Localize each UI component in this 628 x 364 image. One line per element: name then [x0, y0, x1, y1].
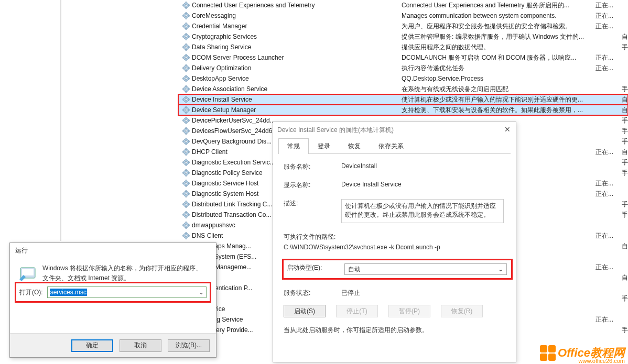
service-row[interactable]: Credential Manager为用户、应用程序和安全服务包提供凭据的安全存…	[178, 21, 628, 31]
service-status: 正在...	[595, 263, 622, 272]
service-status: 正在...	[595, 315, 622, 324]
cancel-button[interactable]: 取消	[120, 339, 161, 352]
gear-icon	[182, 148, 190, 156]
gear-icon	[182, 23, 190, 30]
exe-path-value: C:\WINDOWS\system32\svchost.exe -k DcomL…	[284, 244, 505, 251]
service-row[interactable]: Cryptographic Services提供三种管理服务: 编录数据库服务，…	[178, 31, 628, 42]
description-label: 描述:	[284, 199, 341, 223]
service-type: 手...	[622, 137, 628, 146]
service-status: 正在...	[595, 53, 622, 62]
service-row[interactable]: Device Association Service在系统与有线或无线设备之间启…	[178, 84, 628, 94]
gear-icon	[182, 190, 190, 197]
service-name-label: 服务名称:	[284, 162, 341, 171]
tab-recovery[interactable]: 恢复	[339, 138, 370, 154]
service-row[interactable]: Data Sharing Service提供应用程序之间的数据代理。手...	[178, 42, 628, 52]
startup-type-value: 自动	[348, 265, 361, 274]
service-desc: Manages communication between system com…	[402, 12, 595, 19]
chevron-down-icon: ⌄	[498, 266, 503, 273]
service-status: 正在...	[595, 179, 622, 188]
startup-params-hint: 当从此处启动服务时，你可指定所适用的启动参数。	[284, 326, 505, 335]
browse-button[interactable]: 浏览(B)...	[168, 339, 210, 352]
run-input[interactable]: services.msc ⌄	[47, 286, 207, 298]
gear-icon	[182, 169, 190, 177]
gear-icon	[182, 180, 190, 187]
gear-icon	[182, 127, 190, 135]
service-row[interactable]: DCOM Server Process LauncherDCOMLAUNCH 服…	[178, 52, 628, 63]
gear-icon	[182, 117, 190, 124]
gear-icon	[182, 222, 190, 229]
service-desc: QQ.Desktop.Service.Process	[402, 75, 595, 82]
service-type: 手...	[622, 116, 628, 125]
gear-icon	[182, 33, 190, 40]
service-name: DesktopApp Service	[192, 75, 402, 82]
gear-icon	[182, 85, 190, 93]
start-button[interactable]: 启动(S)	[284, 305, 326, 317]
service-desc: DCOMLAUNCH 服务可启动 COM 和 DCOM 服务器，以响应...	[402, 53, 595, 62]
service-desc: 提供三种管理服务: 编录数据库服务，用于确认 Windows 文件的...	[402, 32, 595, 41]
startup-type-label: 启动类型(E):	[287, 263, 344, 275]
service-type: 自...	[622, 32, 628, 41]
service-type: 手...	[622, 211, 628, 219]
service-name: Credential Manager	[192, 23, 402, 30]
gear-icon	[182, 201, 190, 208]
exe-path-label: 可执行文件的路径:	[284, 233, 505, 241]
service-desc: 在系统与有线或无线设备之间启用匹配	[402, 85, 595, 94]
tab-general[interactable]: 常规	[278, 138, 309, 154]
tab-dependencies[interactable]: 依存关系	[370, 138, 413, 154]
service-type: 手...	[622, 85, 628, 94]
run-dialog: 运行 Windows 将根据你所输入的名称，为你打开相应的程序、文件夹、文档或 …	[9, 242, 216, 358]
service-name: Delivery Optimization	[192, 64, 402, 72]
watermark-url: www.office26.com	[579, 358, 625, 364]
run-open-label: 打开(O):	[19, 288, 43, 297]
service-row[interactable]: Device Install Service使计算机在极少或没有用户输入的情况下…	[178, 94, 628, 105]
service-row[interactable]: Connected User Experiences and Telemetry…	[178, 0, 628, 10]
service-type: 自...	[622, 242, 628, 251]
service-row[interactable]: Device Setup Manager支持检测、下载和安装与设备相关的软件。如…	[178, 105, 628, 115]
service-row[interactable]: CoreMessagingManages communication betwe…	[178, 10, 628, 21]
service-status: 正在...	[595, 231, 622, 240]
service-name: Cryptographic Services	[192, 33, 402, 40]
service-name: Device Install Service	[192, 96, 402, 103]
close-icon[interactable]: ✕	[502, 124, 513, 135]
svg-rect-7	[22, 269, 34, 275]
service-properties-dialog: Device Install Service 的属性(本地计算机) ✕ 常规 登…	[273, 122, 516, 362]
dialog-title: Device Install Service 的属性(本地计算机)	[273, 122, 516, 138]
gear-icon	[182, 106, 190, 114]
gear-icon	[182, 96, 190, 103]
service-type: 自...	[622, 95, 628, 104]
dialog-tabs: 常规 登录 恢复 依存关系	[278, 138, 511, 154]
service-name: Data Sharing Service	[192, 43, 402, 51]
service-row[interactable]: DesktopApp ServiceQQ.Desktop.Service.Pro…	[178, 73, 628, 84]
gear-icon	[182, 211, 190, 218]
service-type: 手...	[622, 43, 628, 52]
service-status: 正在...	[595, 1, 622, 10]
run-icon	[18, 263, 37, 282]
service-desc: 支持检测、下载和安装与设备相关的软件。如果此服务被禁用，...	[402, 106, 595, 115]
service-type: 自...	[622, 273, 628, 282]
gear-icon	[182, 54, 190, 61]
run-description: Windows 将根据你所输入的名称，为你打开相应的程序、文件夹、文档或 Int…	[42, 263, 208, 283]
service-status: 正在...	[595, 148, 622, 157]
gear-icon	[182, 232, 190, 239]
service-desc: Connected User Experiences and Telemetry…	[402, 1, 595, 10]
service-desc: 提供应用程序之间的数据代理。	[402, 43, 595, 52]
service-type: 手...	[622, 127, 628, 136]
service-desc: 为用户、应用程序和安全服务包提供凭据的安全存储和检索。	[402, 22, 595, 31]
service-name: Connected User Experiences and Telemetry	[192, 2, 402, 9]
service-row[interactable]: Delivery Optimization执行内容传递优化任务正在...	[178, 63, 628, 73]
startup-type-select[interactable]: 自动 ⌄	[344, 263, 507, 275]
display-name-value: Device Install Service	[341, 181, 505, 190]
service-name: DCOM Server Process Launcher	[192, 54, 402, 61]
service-status-value: 已停止	[341, 289, 360, 297]
service-type: 自...	[622, 148, 628, 157]
run-input-value: services.msc	[50, 289, 87, 296]
tab-logon[interactable]: 登录	[309, 138, 339, 154]
service-type: 自...	[622, 106, 628, 115]
gear-icon	[182, 75, 190, 82]
service-desc: 使计算机在极少或没有用户输入的情况下能识别并适应硬件的更...	[402, 95, 595, 104]
service-name-value: DeviceInstall	[341, 162, 505, 171]
service-type: 手...	[622, 200, 628, 209]
stop-button: 停止(T)	[336, 305, 378, 317]
service-name: Device Association Service	[192, 85, 402, 93]
ok-button[interactable]: 确定	[71, 339, 113, 352]
